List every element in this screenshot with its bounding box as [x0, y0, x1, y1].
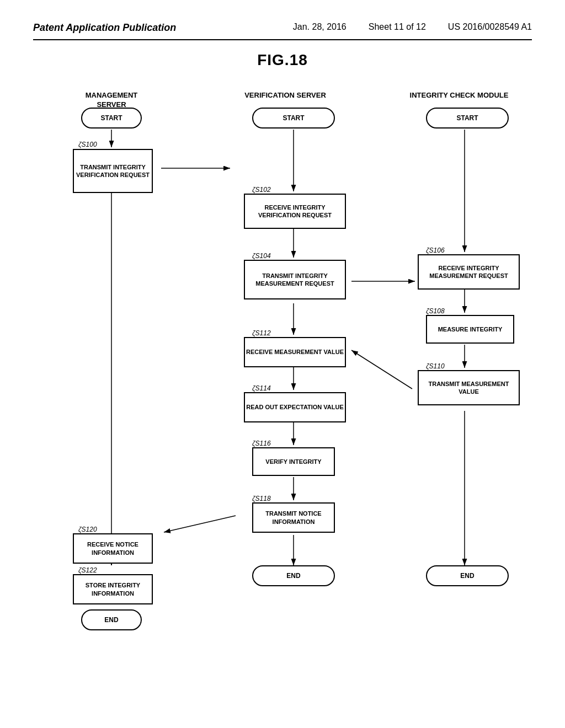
box-transmit-meas-req: TRANSMIT INTEGRITY MEASUREMENT REQUEST — [244, 260, 346, 299]
box-read-expect: READ OUT EXPECTATION VALUE — [244, 392, 346, 422]
publication-label: Patent Application Publication — [33, 22, 176, 34]
col3-header: INTEGRITY CHECK MODULE — [409, 91, 509, 100]
box-store-integrity: STORE INTEGRITY INFORMATION — [73, 574, 153, 604]
end-node-3: END — [426, 565, 509, 586]
diagram: MANAGEMENTSERVER VERIFICATION SERVER INT… — [45, 85, 520, 609]
box-transmit-notice: TRANSMIT NOTICE INFORMATION — [252, 502, 335, 533]
step-s118-label: ζS118 — [252, 495, 271, 502]
step-s116-label: ζS116 — [252, 440, 271, 447]
step-s110-label: ζS110 — [426, 362, 445, 370]
step-s102-label: ζS102 — [252, 186, 271, 194]
page: Patent Application Publication Jan. 28, … — [0, 0, 565, 728]
step-s112-label: ζS112 — [252, 329, 271, 337]
box-verify: VERIFY INTEGRITY — [252, 447, 335, 476]
step-s106-label: ζS106 — [426, 247, 445, 254]
box-receive-notice: RECEIVE NOTICE INFORMATION — [73, 533, 153, 564]
box-receive-integrity-verif: RECEIVE INTEGRITY VERIFICATION REQUEST — [244, 194, 346, 229]
step-s108-label: ζS108 — [426, 307, 445, 315]
header-date: Jan. 28, 2016 — [293, 22, 347, 32]
header-sheet: Sheet 11 of 12 — [369, 22, 426, 32]
start-node-2: START — [252, 108, 335, 129]
step-s114-label: ζS114 — [252, 384, 271, 392]
start-node-1: START — [81, 108, 142, 129]
box-receive-meas-req: RECEIVE INTEGRITY MEASUREMENT REQUEST — [418, 254, 520, 290]
step-s122-label: ζS122 — [78, 566, 97, 574]
svg-line-16 — [351, 350, 412, 389]
step-s120-label: ζS120 — [78, 526, 97, 533]
step-s100-label: ζS100 — [78, 141, 97, 148]
step-s104-label: ζS104 — [252, 252, 271, 260]
header-patent: US 2016/0028549 A1 — [448, 22, 532, 32]
page-header: Patent Application Publication Jan. 28, … — [33, 22, 532, 40]
col2-header: VERIFICATION SERVER — [241, 91, 329, 100]
col1-header: MANAGEMENTSERVER — [76, 91, 147, 110]
box-transmit-integrity-verif: TRANSMIT INTEGRITY VERIFICATION REQUEST — [73, 149, 153, 193]
header-info: Jan. 28, 2016 Sheet 11 of 12 US 2016/002… — [293, 22, 532, 32]
end-node-1: END — [81, 609, 142, 630]
svg-line-11 — [164, 516, 236, 532]
figure-title: FIG.18 — [33, 51, 532, 69]
box-receive-meas-val: RECEIVE MEASUREMENT VALUE — [244, 337, 346, 367]
box-measure: MEASURE INTEGRITY — [426, 315, 514, 344]
end-node-2: END — [252, 565, 335, 586]
start-node-3: START — [426, 108, 509, 129]
box-transmit-meas-val: TRANSMIT MEASUREMENT VALUE — [418, 370, 520, 405]
